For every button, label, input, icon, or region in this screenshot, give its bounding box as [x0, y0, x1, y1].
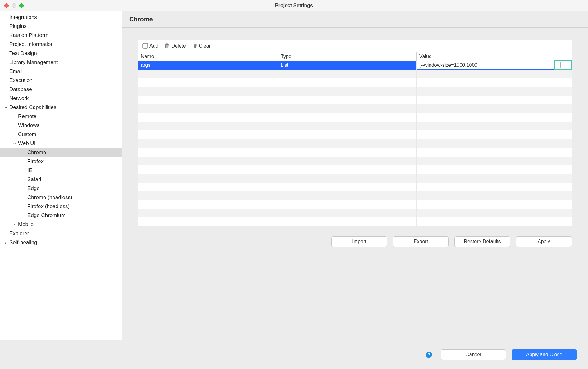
- sidebar-item-execution[interactable]: ›Execution: [0, 76, 122, 85]
- chevron-right-icon[interactable]: ›: [12, 222, 16, 227]
- col-header-name[interactable]: Name: [138, 52, 278, 61]
- sidebar-item-safari[interactable]: ›Safari: [0, 175, 122, 184]
- apply-and-close-button[interactable]: Apply and Close: [512, 349, 577, 360]
- table-row-empty[interactable]: [138, 130, 572, 139]
- sidebar-item-email[interactable]: ›Email: [0, 67, 122, 76]
- col-header-type[interactable]: Type: [278, 52, 417, 61]
- sidebar-item-edge-chromium[interactable]: ›Edge Chromium: [0, 211, 122, 220]
- table-row-empty[interactable]: [138, 217, 572, 226]
- table-row-empty[interactable]: [138, 104, 572, 113]
- sidebar-item-library-management[interactable]: ›Library Management: [0, 58, 122, 67]
- sidebar-item-windows[interactable]: ›Windows: [0, 121, 122, 130]
- sidebar-item-custom[interactable]: ›Custom: [0, 130, 122, 139]
- cell-value[interactable]: [--window-size=1500,1000...: [417, 61, 572, 70]
- maximize-window-button[interactable]: [19, 3, 24, 8]
- sidebar-item-chrome-headless-[interactable]: ›Chrome (headless): [0, 193, 122, 202]
- sidebar-item-chrome[interactable]: ›Chrome: [0, 148, 122, 157]
- cell-empty: [278, 191, 417, 200]
- table-row-empty[interactable]: [138, 200, 572, 209]
- table-row-empty[interactable]: [138, 157, 572, 165]
- panel-button-row: Import Export Restore Defaults Apply: [138, 236, 572, 247]
- col-header-value[interactable]: Value: [417, 52, 572, 61]
- cell-empty: [138, 148, 278, 157]
- sidebar-item-label: Mobile: [18, 221, 34, 228]
- sidebar-item-ie[interactable]: ›IE: [0, 166, 122, 175]
- minimize-window-button[interactable]: [12, 3, 16, 8]
- table-body: argsList[--window-size=1500,1000...: [138, 61, 572, 226]
- sidebar-item-mobile[interactable]: ›Mobile: [0, 220, 122, 229]
- sidebar-item-label: Explorer: [9, 230, 29, 237]
- cell-value-text: [--window-size=1500,1000: [419, 62, 477, 68]
- chevron-right-icon[interactable]: ›: [4, 78, 7, 83]
- apply-button[interactable]: Apply: [516, 236, 572, 247]
- table-row-empty[interactable]: [138, 96, 572, 104]
- table-row-empty[interactable]: [138, 148, 572, 157]
- chevron-right-icon[interactable]: ›: [4, 24, 7, 29]
- sidebar-item-label: Safari: [27, 176, 41, 183]
- chevron-down-icon[interactable]: ⌄: [12, 140, 16, 146]
- table-row-empty[interactable]: [138, 191, 572, 200]
- cell-empty: [417, 200, 572, 209]
- dialog-footer: ? Cancel Apply and Close: [0, 340, 588, 369]
- sidebar-item-project-information[interactable]: ›Project Information: [0, 40, 122, 49]
- cancel-button[interactable]: Cancel: [441, 349, 506, 360]
- sidebar-item-label: Windows: [18, 122, 39, 129]
- table-row-empty[interactable]: [138, 78, 572, 87]
- table-row-empty[interactable]: [138, 165, 572, 174]
- chevron-right-icon[interactable]: ›: [4, 69, 7, 74]
- export-button[interactable]: Export: [393, 236, 449, 247]
- sidebar-item-firefox-headless-[interactable]: ›Firefox (headless): [0, 202, 122, 211]
- sidebar-item-label: Self-healing: [9, 239, 37, 246]
- sidebar-item-katalon-platform[interactable]: ›Katalon Platform: [0, 31, 122, 40]
- sidebar-item-label: Test Design: [9, 50, 37, 57]
- add-button[interactable]: Add: [142, 43, 158, 49]
- sidebar-item-web-ui[interactable]: ⌄Web UI: [0, 139, 122, 148]
- table-row-empty[interactable]: [138, 122, 572, 130]
- cell-type[interactable]: List: [278, 61, 417, 70]
- help-icon[interactable]: ?: [426, 352, 432, 358]
- cell-empty: [417, 165, 572, 174]
- delete-button[interactable]: Delete: [164, 43, 186, 49]
- cell-empty: [417, 157, 572, 165]
- restore-defaults-button[interactable]: Restore Defaults: [454, 236, 510, 247]
- chevron-right-icon[interactable]: ›: [4, 240, 7, 245]
- cell-empty: [417, 209, 572, 217]
- table-row-empty[interactable]: [138, 113, 572, 122]
- cell-name[interactable]: args: [138, 61, 278, 70]
- sidebar-item-label: IE: [27, 167, 32, 174]
- table-row-empty[interactable]: [138, 87, 572, 96]
- cell-empty: [417, 130, 572, 139]
- table-row-empty[interactable]: [138, 174, 572, 183]
- clear-button[interactable]: Clear: [191, 43, 211, 49]
- sidebar-item-plugins[interactable]: ›Plugins: [0, 22, 122, 31]
- chevron-down-icon[interactable]: ⌄: [4, 104, 7, 110]
- sidebar-item-edge[interactable]: ›Edge: [0, 184, 122, 193]
- capabilities-panel: Add Delete Clear: [138, 40, 572, 226]
- sidebar-item-label: Chrome (headless): [27, 194, 72, 201]
- capabilities-table: Name Type Value argsList[--window-size=1…: [138, 52, 572, 226]
- chevron-right-icon[interactable]: ›: [4, 51, 7, 56]
- sidebar-item-desired-capabilities[interactable]: ⌄Desired Capabilities: [0, 103, 122, 112]
- edit-value-button[interactable]: ...: [560, 62, 570, 68]
- table-row-empty[interactable]: [138, 183, 572, 191]
- svg-rect-7: [166, 44, 168, 44]
- table-row[interactable]: argsList[--window-size=1500,1000...: [138, 61, 572, 70]
- table-row-empty[interactable]: [138, 209, 572, 217]
- table-row-empty[interactable]: [138, 139, 572, 148]
- sidebar-item-explorer[interactable]: ›Explorer: [0, 229, 122, 238]
- window-title: Project Settings: [275, 3, 313, 8]
- sidebar-item-label: Firefox (headless): [27, 203, 70, 210]
- sidebar-item-self-healing[interactable]: ›Self-healing: [0, 238, 122, 247]
- sidebar-item-network[interactable]: ›Network: [0, 94, 122, 103]
- import-button[interactable]: Import: [331, 236, 387, 247]
- sidebar-item-remote[interactable]: ›Remote: [0, 112, 122, 121]
- close-window-button[interactable]: [4, 3, 9, 8]
- cell-empty: [138, 165, 278, 174]
- sidebar-item-test-design[interactable]: ›Test Design: [0, 49, 122, 58]
- sidebar-item-database[interactable]: ›Database: [0, 85, 122, 94]
- sidebar-item-integrations[interactable]: ›Integrations: [0, 13, 122, 22]
- table-row-empty[interactable]: [138, 70, 572, 78]
- cell-empty: [417, 70, 572, 78]
- sidebar-item-firefox[interactable]: ›Firefox: [0, 157, 122, 166]
- chevron-right-icon[interactable]: ›: [4, 15, 7, 20]
